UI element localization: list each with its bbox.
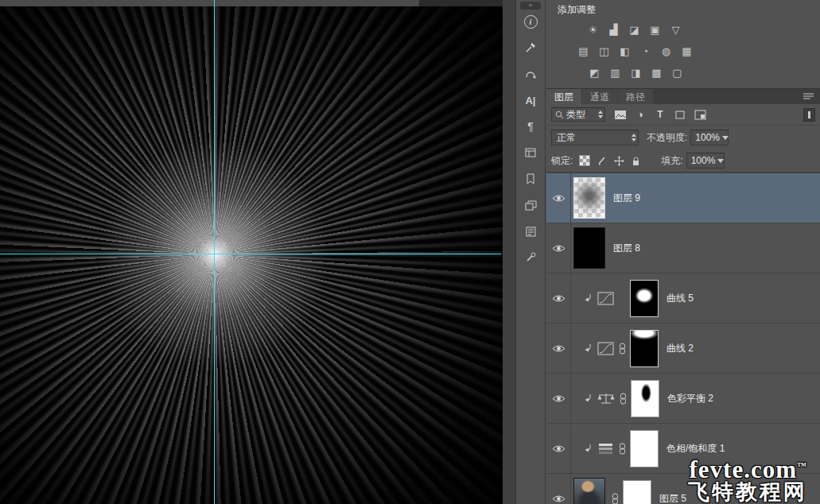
- threshold-icon[interactable]: ◨: [626, 65, 646, 80]
- mask-link-icon[interactable]: [619, 343, 626, 355]
- guide-vertical[interactable]: [214, 0, 215, 504]
- spinner-arrows-icon: [598, 110, 603, 118]
- lock-all-icon[interactable]: [632, 156, 640, 166]
- photoshop-workspace: » i A| ¶ 添加调整: [0, 0, 820, 504]
- layer-mask-thumbnail[interactable]: [623, 480, 651, 504]
- curves-icon[interactable]: ◪: [624, 22, 644, 37]
- layer-row-layer9[interactable]: 图层 9: [546, 173, 820, 223]
- layer-comps-panel-icon[interactable]: [525, 197, 537, 213]
- exposure-icon[interactable]: ▣: [645, 22, 665, 37]
- visibility-toggle[interactable]: [546, 424, 571, 473]
- posterize-icon[interactable]: ▥: [605, 65, 625, 80]
- filter-type-layers-icon[interactable]: T: [653, 108, 667, 121]
- invert-icon[interactable]: ◩: [585, 65, 604, 80]
- measure-panel-icon[interactable]: [525, 66, 536, 82]
- layer-mask-thumbnail[interactable]: [631, 380, 659, 417]
- mask-link-icon[interactable]: [612, 493, 619, 504]
- layer-mask-thumbnail[interactable]: [630, 430, 659, 467]
- visibility-toggle[interactable]: [546, 324, 571, 373]
- black-white-icon[interactable]: ◧: [615, 44, 635, 59]
- curves-adjustment-icon[interactable]: [597, 342, 614, 355]
- panel-tabs: 图层 通道 路径: [546, 88, 820, 104]
- layer-row-curves2[interactable]: 曲线 2: [546, 324, 820, 374]
- panel-dock: » i A| ¶: [516, 0, 546, 504]
- hue-saturation-adjustment-icon[interactable]: [597, 442, 614, 456]
- levels-icon[interactable]: ▟: [604, 22, 624, 37]
- selective-color-icon[interactable]: ▢: [667, 65, 687, 80]
- visibility-toggle[interactable]: [546, 223, 571, 273]
- layer-mask-thumbnail[interactable]: [630, 330, 659, 367]
- fill-value: 100%: [691, 155, 716, 166]
- visibility-toggle[interactable]: [546, 173, 571, 223]
- chevron-down-icon: [717, 159, 724, 163]
- clone-source-icon: [525, 147, 536, 158]
- notes-panel-icon[interactable]: [526, 223, 536, 239]
- color-balance-adjustment-icon[interactable]: [597, 392, 615, 405]
- bookmark-icon: [526, 173, 535, 184]
- menu-icon: [803, 92, 814, 101]
- tool-presets-panel-icon[interactable]: [525, 250, 536, 266]
- notes-icon: [526, 227, 536, 237]
- color-balance-icon[interactable]: ◫: [594, 44, 614, 59]
- photo-filter-icon[interactable]: ◔: [635, 44, 655, 59]
- character-panel-icon[interactable]: A|: [525, 92, 535, 108]
- color-lookup-icon[interactable]: ▦: [677, 44, 697, 59]
- blend-mode-dropdown[interactable]: 正常: [551, 130, 639, 145]
- tab-channels[interactable]: 通道: [582, 89, 617, 104]
- collapse-dock-button[interactable]: »: [520, 2, 541, 10]
- channel-mixer-icon[interactable]: ◍: [656, 44, 676, 59]
- fill-dropdown[interactable]: 100%: [686, 153, 725, 169]
- watermark-site: fevte.com™: [688, 457, 807, 483]
- canvas-top-strip-dark: [419, 0, 503, 6]
- tab-layers[interactable]: 图层: [546, 89, 581, 104]
- info-icon: i: [524, 15, 538, 29]
- layer-thumbnail[interactable]: [573, 478, 605, 504]
- lock-position-icon[interactable]: [614, 156, 624, 166]
- layer-row-curves5[interactable]: 曲线 5: [546, 273, 820, 324]
- filter-adjustment-layers-icon[interactable]: ◑: [633, 108, 647, 121]
- filter-smart-objects-icon[interactable]: [693, 108, 707, 121]
- layer-row-colorbalance2[interactable]: 色彩平衡 2: [546, 374, 820, 424]
- visibility-toggle[interactable]: [546, 474, 571, 504]
- guide-horizontal[interactable]: [0, 254, 501, 254]
- brightness-contrast-icon[interactable]: ☀: [583, 22, 603, 37]
- adjustments-header: 添加调整: [546, 0, 820, 19]
- eyedropper-panel-icon[interactable]: [525, 40, 536, 56]
- eye-icon: [552, 294, 565, 303]
- filter-kind-dropdown[interactable]: 类型: [551, 107, 605, 122]
- layer-row-layer8[interactable]: 图层 8: [546, 223, 820, 273]
- filter-shape-layers-icon[interactable]: [673, 108, 687, 121]
- hue-saturation-icon[interactable]: ▤: [573, 44, 593, 59]
- layer-mask-thumbnail[interactable]: [630, 280, 659, 317]
- layer-thumbnail[interactable]: [573, 227, 605, 269]
- tab-paths[interactable]: 路径: [618, 89, 653, 104]
- watermark-title: 飞特教程网: [688, 482, 807, 504]
- vibrance-icon[interactable]: ▽: [666, 22, 686, 37]
- opacity-value: 100%: [695, 132, 720, 143]
- gradient-map-icon[interactable]: ▩: [647, 65, 666, 80]
- blend-mode-row: 正常 不透明度: 100%: [546, 126, 820, 149]
- filter-pixel-layers-icon[interactable]: [613, 108, 628, 121]
- document-canvas[interactable]: [0, 0, 503, 504]
- filter-toggle-button[interactable]: [803, 108, 815, 122]
- visibility-toggle[interactable]: [546, 374, 571, 423]
- mask-link-icon[interactable]: [620, 393, 627, 405]
- lock-transparency-icon[interactable]: [579, 155, 590, 166]
- curves-adjustment-icon[interactable]: [597, 292, 614, 305]
- opacity-dropdown[interactable]: 100%: [690, 130, 729, 145]
- bookmark-panel-icon[interactable]: [526, 171, 535, 187]
- eye-icon: [552, 194, 565, 203]
- layer-thumbnail[interactable]: [573, 177, 605, 219]
- paragraph-panel-icon[interactable]: ¶: [527, 118, 534, 134]
- clone-source-panel-icon[interactable]: [525, 145, 536, 161]
- lock-label: 锁定:: [551, 154, 573, 168]
- lock-pixels-icon[interactable]: [597, 156, 607, 165]
- watermark: fevte.com™ 飞特教程网: [688, 457, 807, 504]
- info-panel-icon[interactable]: i: [524, 14, 538, 29]
- clipping-mask-icon: [584, 444, 593, 453]
- panel-menu-button[interactable]: [803, 89, 820, 104]
- mask-link-icon[interactable]: [619, 443, 626, 455]
- layer-comps-icon: [525, 200, 537, 211]
- lock-row: 锁定: 填充: 100%: [546, 149, 820, 173]
- visibility-toggle[interactable]: [546, 273, 571, 323]
